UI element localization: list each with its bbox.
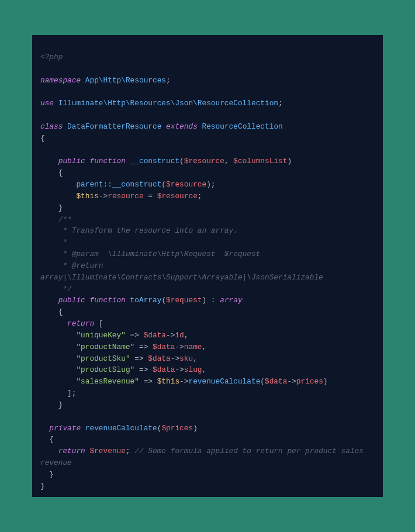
key-sku: "productSku" bbox=[76, 354, 130, 363]
arg-resource: $resource bbox=[166, 180, 206, 189]
use-keyword: use bbox=[40, 99, 54, 108]
prop-id: id bbox=[175, 331, 184, 340]
param-request: $request bbox=[166, 296, 202, 305]
key-unique: "uniqueKey" bbox=[76, 331, 125, 340]
param-resource: $resource bbox=[184, 157, 224, 165]
docblock-line: * @return array|\Illuminate\Contracts\Su… bbox=[40, 261, 323, 282]
assign-resource: $resource bbox=[157, 192, 198, 201]
return-keyword: return bbox=[58, 447, 85, 455]
public-keyword: public bbox=[58, 157, 85, 165]
data-var: $data bbox=[148, 354, 170, 363]
prop-sku: sku bbox=[179, 354, 193, 363]
prop-prices: prices bbox=[296, 377, 323, 386]
function-keyword: function bbox=[89, 157, 125, 165]
prop-resource: resource bbox=[108, 192, 143, 201]
this-ref: $this bbox=[76, 192, 98, 201]
php-open-tag: <?php bbox=[40, 53, 63, 61]
namespace-path: App\Http\Resources bbox=[85, 76, 166, 85]
use-path: Illuminate\Http\Resources\Json\ResourceC… bbox=[58, 99, 278, 108]
docblock-line: * bbox=[58, 238, 67, 247]
param-columns: $columnsList bbox=[233, 157, 287, 165]
docblock-line: * Transform the resource into an array. bbox=[58, 226, 238, 235]
toarray-name: toArray bbox=[130, 296, 162, 305]
return-type: array bbox=[220, 296, 242, 305]
return-keyword: return bbox=[67, 319, 94, 328]
constructor-name: __construct bbox=[130, 157, 179, 165]
key-name: "productName" bbox=[76, 343, 134, 351]
data-var: $data bbox=[153, 343, 175, 351]
revenue-fn-name: revenueCalculate bbox=[85, 424, 157, 433]
key-slug: "productSlug" bbox=[76, 365, 134, 374]
prop-slug: slug bbox=[184, 365, 202, 374]
revenue-var: $revenue bbox=[89, 447, 125, 455]
public-keyword: public bbox=[58, 296, 85, 305]
parent-ctor-call: __construct bbox=[112, 180, 161, 189]
prop-name: name bbox=[184, 343, 202, 351]
docblock-open: /** bbox=[58, 215, 72, 224]
data-var: $data bbox=[265, 377, 287, 386]
php-source: <?php namespace App\Http\Resources; use … bbox=[40, 51, 375, 492]
data-var: $data bbox=[153, 365, 175, 374]
extends-keyword: extends bbox=[166, 122, 198, 131]
revenue-call: revenueCalculate bbox=[188, 377, 260, 386]
code-block: <?php namespace App\Http\Resources; use … bbox=[32, 35, 383, 497]
private-keyword: private bbox=[49, 424, 81, 433]
param-prices: $prices bbox=[161, 424, 193, 433]
docblock-line: * @param \Illuminate\Http\Request $reque… bbox=[58, 250, 261, 258]
key-revenue: "salesRevenue" bbox=[76, 377, 139, 386]
class-keyword: class bbox=[40, 122, 63, 131]
this-ref: $this bbox=[157, 377, 179, 386]
class-name: DataFormatterResource bbox=[67, 122, 161, 131]
function-keyword: function bbox=[89, 296, 125, 305]
scope-op: :: bbox=[103, 180, 112, 189]
namespace-keyword: namespace bbox=[40, 76, 81, 85]
docblock-close: */ bbox=[58, 285, 72, 293]
parent-ref: parent bbox=[76, 180, 103, 189]
data-var: $data bbox=[144, 331, 166, 340]
parent-class-name: ResourceCollection bbox=[202, 122, 283, 131]
